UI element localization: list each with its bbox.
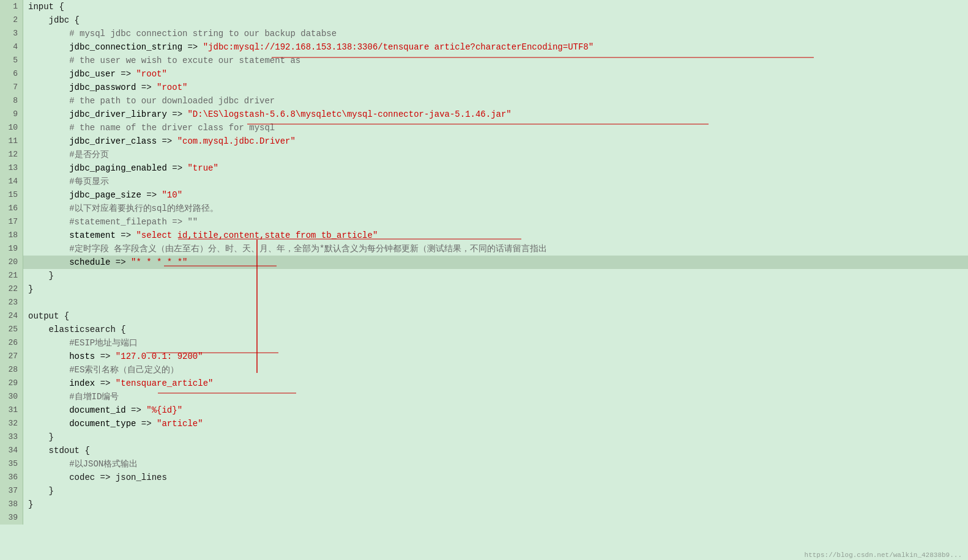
line-number: 8 — [0, 94, 23, 108]
line-text: # the user we wish to excute our stateme… — [23, 54, 968, 67]
line-number: 12 — [0, 148, 23, 161]
line-number: 2 — [0, 13, 23, 27]
line-text: hosts => "127.0.0.1: 9200" — [23, 350, 968, 363]
line-text: } — [23, 484, 968, 498]
line-text: document_type => "article" — [23, 417, 968, 430]
line-number: 1 — [0, 0, 23, 13]
line-text: jdbc_paging_enabled => "true" — [23, 161, 968, 175]
line-text: output { — [23, 309, 968, 323]
line-number: 23 — [0, 296, 23, 309]
line-number: 3 — [0, 27, 23, 40]
line-text: document_id => "%{id}" — [23, 403, 968, 417]
line-text: stdout { — [23, 444, 968, 457]
line-text: #是否分页 — [23, 148, 968, 161]
line-text: jdbc_driver_library => "D:\ES\logstash-5… — [23, 108, 968, 121]
code-line: 30 #自增ID编号 — [0, 390, 968, 403]
line-number: 26 — [0, 336, 23, 350]
code-line: 16 #以下对应着要执行的sql的绝对路径。 — [0, 202, 968, 215]
code-line: 9 jdbc_driver_library => "D:\ES\logstash… — [0, 108, 968, 121]
line-number: 11 — [0, 134, 23, 148]
code-line: 26 #ESIP地址与端口 — [0, 336, 968, 350]
line-text: } — [23, 430, 968, 444]
code-line: 23 — [0, 296, 968, 309]
line-number: 15 — [0, 188, 23, 202]
line-number: 38 — [0, 498, 23, 511]
code-line: 25 elasticsearch { — [0, 323, 968, 336]
line-text: input { — [23, 0, 968, 13]
code-line: 17 #statement_filepath => "" — [0, 215, 968, 229]
code-line: 1input { — [0, 0, 968, 13]
line-number: 37 — [0, 484, 23, 498]
line-number: 36 — [0, 471, 23, 484]
line-number: 29 — [0, 377, 23, 390]
code-line: 32 document_type => "article" — [0, 417, 968, 430]
line-text: } — [23, 498, 968, 511]
code-line: 39 — [0, 511, 968, 525]
code-line: 14 #每页显示 — [0, 175, 968, 188]
line-number: 20 — [0, 256, 23, 269]
code-line: 21 } — [0, 269, 968, 282]
code-line: 28 #ES索引名称（自己定义的） — [0, 363, 968, 377]
code-line: 7 jdbc_password => "root" — [0, 81, 968, 94]
code-line: 18 statement => "select id,title,content… — [0, 229, 968, 242]
line-text: # the name of the driver class for mysql — [23, 121, 968, 134]
code-line: 29 index => "tensquare_article" — [0, 377, 968, 390]
code-line: 38} — [0, 498, 968, 511]
line-text: # the path to our downloaded jdbc driver — [23, 94, 968, 108]
line-text: jdbc_page_size => "10" — [23, 188, 968, 202]
line-number: 34 — [0, 444, 23, 457]
line-number: 39 — [0, 511, 23, 525]
code-line: 2 jdbc { — [0, 13, 968, 27]
code-line: 13 jdbc_paging_enabled => "true" — [0, 161, 968, 175]
line-number: 25 — [0, 323, 23, 336]
line-text: jdbc_driver_class => "com.mysql.jdbc.Dri… — [23, 134, 968, 148]
line-text: jdbc { — [23, 13, 968, 27]
line-text: #ESIP地址与端口 — [23, 336, 968, 350]
line-number: 18 — [0, 229, 23, 242]
line-text: } — [23, 282, 968, 296]
line-text: schedule => "* * * * *" — [23, 256, 968, 269]
line-number: 10 — [0, 121, 23, 134]
code-line: 5 # the user we wish to excute our state… — [0, 54, 968, 67]
watermark: https://blog.csdn.net/walkin_42838b9... — [805, 551, 962, 559]
line-number: 14 — [0, 175, 23, 188]
code-line: 27 hosts => "127.0.0.1: 9200" — [0, 350, 968, 363]
line-number: 33 — [0, 430, 23, 444]
line-text: jdbc_password => "root" — [23, 81, 968, 94]
code-line: 15 jdbc_page_size => "10" — [0, 188, 968, 202]
line-text: # mysql jdbc connection string to our ba… — [23, 27, 968, 40]
line-text: #ES索引名称（自己定义的） — [23, 363, 968, 377]
line-text: #定时字段 各字段含义（由左至右）分、时、天、月、年，全部为*默认含义为每分钟都… — [23, 242, 968, 256]
code-line: 36 codec => json_lines — [0, 471, 968, 484]
line-number: 32 — [0, 417, 23, 430]
line-text: #statement_filepath => "" — [23, 215, 968, 229]
line-text: #每页显示 — [23, 175, 968, 188]
code-line: 20 schedule => "* * * * *" — [0, 256, 968, 269]
code-line: 6 jdbc_user => "root" — [0, 67, 968, 81]
code-line: 11 jdbc_driver_class => "com.mysql.jdbc.… — [0, 134, 968, 148]
code-line: 10 # the name of the driver class for my… — [0, 121, 968, 134]
line-number: 24 — [0, 309, 23, 323]
line-number: 27 — [0, 350, 23, 363]
line-number: 19 — [0, 242, 23, 256]
code-editor: 1input {2 jdbc {3 # mysql jdbc connectio… — [0, 0, 968, 560]
code-line: 24output { — [0, 309, 968, 323]
line-text: codec => json_lines — [23, 471, 968, 484]
line-text: elasticsearch { — [23, 323, 968, 336]
line-text: jdbc_user => "root" — [23, 67, 968, 81]
line-text: #自增ID编号 — [23, 390, 968, 403]
line-number: 35 — [0, 457, 23, 471]
code-line: 22} — [0, 282, 968, 296]
code-line: 3 # mysql jdbc connection string to our … — [0, 27, 968, 40]
line-number: 13 — [0, 161, 23, 175]
line-number: 16 — [0, 202, 23, 215]
line-number: 30 — [0, 390, 23, 403]
code-line: 33 } — [0, 430, 968, 444]
code-line: 4 jdbc_connection_string => "jdbc:mysql:… — [0, 40, 968, 54]
line-number: 28 — [0, 363, 23, 377]
line-text: index => "tensquare_article" — [23, 377, 968, 390]
line-text: #以JSON格式输出 — [23, 457, 968, 471]
line-text: } — [23, 269, 968, 282]
line-number: 9 — [0, 108, 23, 121]
code-line: 8 # the path to our downloaded jdbc driv… — [0, 94, 968, 108]
